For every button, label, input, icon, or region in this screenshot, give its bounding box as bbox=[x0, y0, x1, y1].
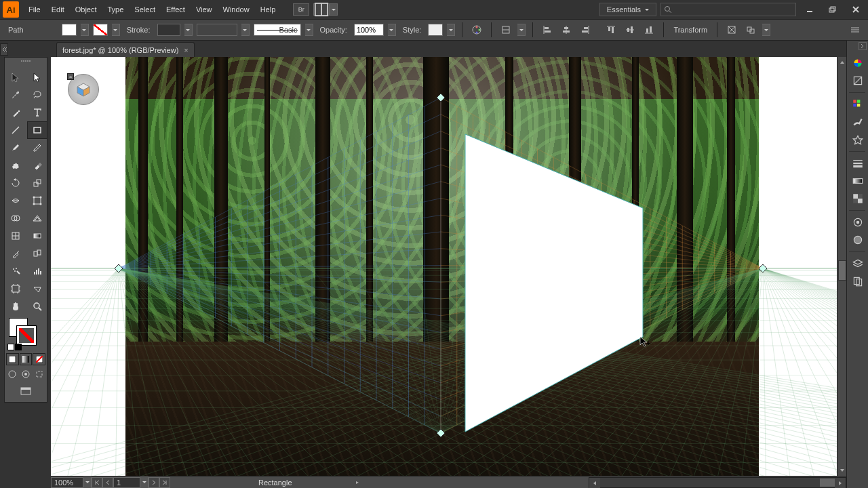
tool-column-graph[interactable] bbox=[27, 262, 47, 280]
scroll-left-icon[interactable] bbox=[589, 478, 600, 489]
panel-color-guide-icon[interactable] bbox=[849, 72, 867, 89]
draw-normal-button[interactable] bbox=[6, 368, 18, 380]
stroke-swatch[interactable] bbox=[93, 24, 108, 36]
tool-type[interactable] bbox=[27, 104, 47, 121]
panel-stroke-icon[interactable] bbox=[849, 155, 867, 172]
tool-paintbrush[interactable] bbox=[5, 139, 26, 157]
tool-perspective-grid[interactable] bbox=[27, 209, 47, 227]
tool-gradient[interactable] bbox=[27, 227, 47, 245]
align-vcenter-button[interactable] bbox=[623, 22, 637, 37]
next-artboard-button[interactable] bbox=[149, 477, 159, 488]
menu-type[interactable]: Type bbox=[102, 3, 130, 16]
menu-object[interactable]: Object bbox=[70, 3, 102, 16]
bridge-button[interactable]: Br bbox=[293, 3, 309, 16]
fill-dropdown[interactable] bbox=[81, 24, 89, 36]
align-bottom-button[interactable] bbox=[642, 22, 656, 37]
zoom-field[interactable]: 100% bbox=[51, 477, 83, 488]
tool-slice[interactable] bbox=[27, 280, 47, 298]
stroke-weight-dropdown[interactable] bbox=[184, 24, 193, 36]
align-right-button[interactable] bbox=[578, 22, 593, 37]
perspective-widget-close[interactable]: × bbox=[67, 73, 74, 80]
select-similar-dropdown[interactable] bbox=[762, 24, 770, 36]
prev-artboard-button[interactable] bbox=[102, 477, 113, 488]
artboard-number-field[interactable]: 1 bbox=[113, 477, 140, 488]
tool-scale[interactable] bbox=[27, 174, 47, 192]
swap-fill-stroke-icon[interactable] bbox=[15, 344, 22, 350]
vertical-scroll-thumb[interactable] bbox=[838, 260, 846, 281]
tool-rectangle[interactable] bbox=[27, 121, 47, 139]
close-tab-icon[interactable]: × bbox=[184, 46, 188, 54]
menu-select[interactable]: Select bbox=[129, 3, 161, 16]
panel-swatches-icon[interactable] bbox=[849, 96, 867, 113]
first-artboard-button[interactable] bbox=[92, 477, 102, 488]
tool-rotate[interactable] bbox=[5, 174, 26, 192]
draw-inside-button[interactable] bbox=[33, 368, 45, 380]
tool-magic-wand[interactable] bbox=[5, 86, 26, 104]
close-button[interactable] bbox=[846, 3, 865, 16]
tool-selection[interactable] bbox=[5, 68, 26, 86]
tool-free-transform[interactable] bbox=[27, 192, 47, 209]
tool-lasso[interactable] bbox=[27, 86, 47, 104]
align-top-button[interactable] bbox=[604, 22, 618, 37]
brush-definition[interactable]: Basic bbox=[254, 24, 301, 36]
gradient-mode-button[interactable] bbox=[20, 353, 33, 365]
tool-hand[interactable] bbox=[5, 298, 26, 315]
scroll-up-icon[interactable] bbox=[838, 58, 846, 66]
panel-artboards-icon[interactable] bbox=[849, 272, 867, 290]
panel-layers-icon[interactable] bbox=[849, 255, 867, 272]
scroll-right-icon[interactable] bbox=[835, 478, 846, 489]
tool-width[interactable] bbox=[5, 192, 26, 209]
default-fill-stroke-icon[interactable] bbox=[7, 344, 14, 350]
tool-shape-builder[interactable] bbox=[5, 209, 26, 227]
search-box[interactable] bbox=[660, 3, 796, 16]
tool-blend[interactable] bbox=[27, 245, 47, 262]
variable-width-profile[interactable] bbox=[197, 24, 237, 36]
transform-panel-link[interactable]: Transform bbox=[671, 26, 710, 34]
graphic-style-swatch[interactable] bbox=[428, 24, 443, 36]
zoom-dropdown[interactable] bbox=[83, 476, 92, 489]
opacity-field[interactable]: 100% bbox=[354, 24, 384, 36]
tool-pencil[interactable] bbox=[27, 139, 47, 157]
vertical-scrollbar[interactable] bbox=[837, 57, 846, 476]
tools-panel-grip[interactable] bbox=[5, 60, 47, 66]
isolate-button[interactable] bbox=[724, 22, 739, 37]
menu-edit[interactable]: Edit bbox=[46, 3, 70, 16]
opacity-label[interactable]: Opacity: bbox=[317, 26, 350, 34]
collapse-panels-left[interactable] bbox=[0, 43, 8, 56]
tool-line[interactable] bbox=[5, 121, 26, 139]
panel-symbols-icon[interactable] bbox=[849, 131, 867, 148]
tool-artboard[interactable] bbox=[5, 280, 26, 298]
align-hcenter-button[interactable] bbox=[559, 22, 574, 37]
document-tab[interactable]: forest.jpg* @ 100% (RGB/Preview) × bbox=[56, 42, 195, 57]
fill-swatch[interactable] bbox=[62, 24, 77, 36]
variable-width-dropdown[interactable] bbox=[241, 24, 250, 36]
panel-appearance-icon[interactable] bbox=[849, 214, 867, 231]
status-flyout-button[interactable] bbox=[353, 478, 361, 487]
stroke-weight-field[interactable] bbox=[157, 24, 180, 36]
minimize-button[interactable] bbox=[800, 3, 819, 16]
stroke-label[interactable]: Stroke: bbox=[124, 26, 153, 34]
perspective-plane-widget[interactable]: × bbox=[68, 74, 99, 105]
restore-button[interactable] bbox=[823, 3, 842, 16]
menu-file[interactable]: File bbox=[23, 3, 46, 16]
tool-pen[interactable] bbox=[5, 104, 26, 121]
artboard-dropdown[interactable] bbox=[140, 476, 149, 489]
brush-dropdown[interactable] bbox=[305, 24, 313, 36]
recolor-artwork-button[interactable] bbox=[469, 22, 484, 37]
stroke-dropdown[interactable] bbox=[112, 24, 120, 36]
arrange-documents-button[interactable] bbox=[313, 3, 330, 16]
align-left-button[interactable] bbox=[540, 22, 555, 37]
tool-blob-brush[interactable] bbox=[5, 157, 26, 174]
stroke-color-swatch[interactable] bbox=[17, 326, 36, 345]
tool-eraser[interactable] bbox=[27, 157, 47, 174]
control-bar-menu[interactable] bbox=[848, 22, 863, 37]
panel-graphic-styles-icon[interactable] bbox=[849, 231, 867, 249]
panel-gradient-icon[interactable] bbox=[849, 172, 867, 190]
arrange-documents-dropdown[interactable] bbox=[330, 3, 338, 16]
draw-behind-button[interactable] bbox=[20, 368, 32, 380]
collapse-panels-right[interactable] bbox=[859, 42, 867, 50]
screen-mode-button[interactable] bbox=[18, 384, 33, 399]
scroll-down-icon[interactable] bbox=[838, 466, 846, 474]
align-menu-dropdown[interactable] bbox=[517, 24, 526, 36]
menu-view[interactable]: View bbox=[191, 3, 218, 16]
